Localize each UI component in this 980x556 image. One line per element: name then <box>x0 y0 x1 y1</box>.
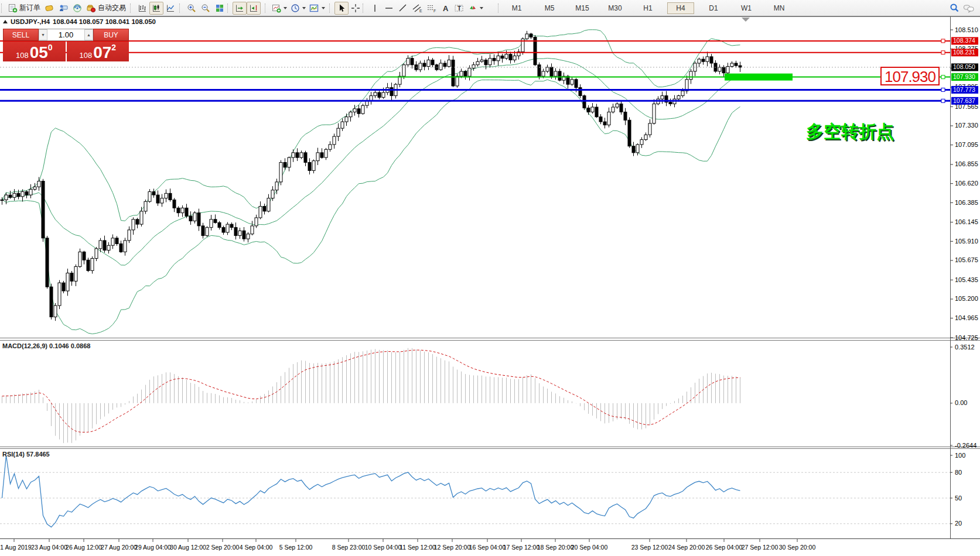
candle <box>111 238 114 246</box>
candlestick-chart-button[interactable] <box>149 2 163 15</box>
candle <box>267 198 270 211</box>
candle <box>99 241 102 249</box>
timeframe-button-m1[interactable]: M1 <box>503 2 530 14</box>
fibonacci-button[interactable]: F <box>424 2 438 15</box>
rsi-tick-label: 100 <box>955 452 965 459</box>
collapse-arrow-icon[interactable] <box>3 20 8 23</box>
toolbar-grip[interactable] <box>498 4 501 13</box>
chat-icon <box>963 4 975 13</box>
candle <box>456 76 459 86</box>
new-chart-button[interactable] <box>270 2 289 15</box>
signals-button[interactable] <box>70 2 84 15</box>
candle <box>648 123 651 135</box>
candle <box>152 192 155 195</box>
candle <box>452 60 455 85</box>
volume-input[interactable]: 1.00 <box>47 29 84 40</box>
chart-shift-button[interactable] <box>247 2 261 15</box>
search-button[interactable] <box>947 2 961 15</box>
zoom-in-button[interactable] <box>185 2 199 15</box>
buy-button[interactable]: BUY <box>93 29 129 41</box>
candle <box>308 163 311 171</box>
price-chart[interactable]: 108.510108.275108.040107.805107.565107.3… <box>0 16 980 556</box>
time-tick-label: 26 Aug 12:00 <box>66 544 102 551</box>
toolbar-grip[interactable] <box>1 4 5 13</box>
equidistant-channel-button[interactable]: E <box>410 2 424 15</box>
horizontal-line-button[interactable] <box>382 2 396 15</box>
candle <box>95 249 98 259</box>
highlight-rectangle[interactable] <box>725 74 793 81</box>
candle <box>62 283 65 291</box>
vertical-line-button[interactable] <box>368 2 382 15</box>
candle <box>312 161 315 171</box>
candle <box>419 63 422 70</box>
chat-button[interactable] <box>961 2 976 15</box>
timeframe-button-h4[interactable]: H4 <box>667 2 694 14</box>
auto-scroll-button[interactable] <box>233 2 247 15</box>
candle <box>710 57 713 63</box>
candle <box>632 146 635 153</box>
timeframe-button-m15[interactable]: M15 <box>569 2 596 14</box>
line-handle[interactable] <box>941 88 945 91</box>
volume-increase-button[interactable]: ▲ <box>84 29 93 40</box>
ohlc-values: 108.044 108.057 108.041 108.050 <box>53 18 156 25</box>
terminal-button[interactable] <box>56 2 70 15</box>
market-watch-button[interactable] <box>42 2 56 15</box>
toolbar-grip[interactable] <box>179 4 183 13</box>
candle <box>402 65 405 76</box>
chart-shift-marker[interactable] <box>742 18 750 22</box>
main-pane <box>0 30 950 334</box>
toolbar-grip[interactable] <box>363 4 366 13</box>
tile-windows-button[interactable] <box>213 2 227 15</box>
zoom-out-button[interactable] <box>199 2 213 15</box>
line-handle[interactable] <box>941 99 945 102</box>
text-label-button[interactable]: T <box>452 2 466 15</box>
chevron-down-icon <box>284 7 287 9</box>
timeframe-button-mn[interactable]: MN <box>766 2 793 14</box>
candle <box>83 252 86 260</box>
bar-chart-button[interactable] <box>135 2 149 15</box>
turning-point-note[interactable]: 多空转折点 <box>806 120 894 144</box>
candle <box>255 218 258 226</box>
signal-icon <box>73 4 82 13</box>
timeframe-button-h1[interactable]: H1 <box>634 2 661 14</box>
line-handle[interactable] <box>941 51 945 54</box>
cushion-icon <box>45 4 54 13</box>
rsi-line <box>2 455 740 527</box>
volume-decrease-button[interactable]: ▼ <box>39 29 47 40</box>
candle <box>156 195 159 203</box>
candle <box>525 34 528 39</box>
autotrading-button[interactable]: 自动交易 <box>84 2 128 15</box>
indicators-button[interactable] <box>308 2 327 15</box>
line-chart-button[interactable] <box>163 2 177 15</box>
trendline-button[interactable] <box>396 2 410 15</box>
timeframe-button-m5[interactable]: M5 <box>536 2 563 14</box>
toolbar-grip[interactable] <box>227 4 231 13</box>
sell-price[interactable]: 108 05 0 <box>3 42 66 61</box>
arrows-tool-button[interactable] <box>466 2 485 15</box>
new-order-button[interactable]: 新订单 <box>6 2 42 15</box>
price-callout-box[interactable]: 107.930 <box>880 67 940 85</box>
line-handle[interactable] <box>941 39 945 43</box>
text-tool-button[interactable]: A <box>438 2 452 15</box>
candle <box>554 71 557 76</box>
toolbar-grip[interactable] <box>329 4 333 13</box>
candle <box>538 65 541 76</box>
crosshair-button[interactable] <box>349 2 363 15</box>
toolbar-grip[interactable] <box>265 4 268 13</box>
timeframe-button-d1[interactable]: D1 <box>700 2 727 14</box>
timeframe-button-m30[interactable]: M30 <box>602 2 629 14</box>
candle <box>427 60 430 66</box>
candle <box>132 219 135 230</box>
timeframe-button-w1[interactable]: W1 <box>733 2 760 14</box>
toolbar-grip[interactable] <box>130 4 134 13</box>
price-badge-label: 107.930 <box>953 73 975 80</box>
candle <box>480 60 483 61</box>
candle <box>119 243 122 252</box>
line-handle[interactable] <box>941 75 945 79</box>
candle <box>21 192 24 197</box>
profiles-button[interactable] <box>289 2 308 15</box>
candle <box>136 219 139 224</box>
cursor-button[interactable] <box>334 2 349 15</box>
buy-price[interactable]: 108 07 2 <box>67 42 129 61</box>
sell-button[interactable]: SELL <box>3 29 39 41</box>
